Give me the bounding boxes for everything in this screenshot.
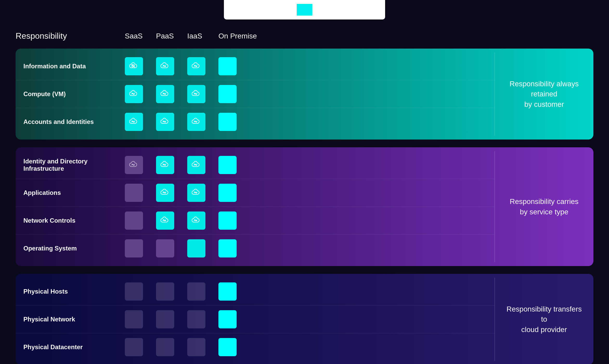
cloud-infinity-icon [128, 116, 140, 128]
cell-saas [125, 239, 156, 257]
section-label-1: Responsibility always retainedby custome… [495, 52, 593, 136]
cell-paas [156, 184, 187, 202]
cloud-infinity-icon [191, 215, 202, 226]
row-label: Accounts and Identities [23, 118, 125, 125]
cell-paas [156, 113, 187, 131]
cell-iaas [187, 57, 218, 75]
row-label: Information and Data [23, 63, 125, 70]
header-row: Responsibility SaaS PaaS IaaS On Premise [16, 31, 593, 41]
cell-paas [156, 211, 187, 230]
cell-on-premise [218, 113, 260, 131]
cell-on-premise [218, 156, 260, 174]
responsibility-heading: Responsibility [16, 31, 67, 41]
icon-cloud-cyan [156, 57, 174, 75]
cloud-infinity-icon [128, 159, 140, 171]
rows-area-2: Identity and Directory Infrastructure [16, 151, 495, 262]
cloud-infinity-icon [159, 116, 171, 128]
cell-saas [125, 156, 156, 174]
cell-paas [156, 239, 187, 257]
icon-plain-cyan [218, 239, 237, 257]
cell-paas [156, 338, 187, 356]
table-row: Compute (VM) [16, 80, 495, 108]
section-label-text: Responsibility transfers tocloud provide… [503, 304, 586, 335]
icon-cloud-cyan [156, 113, 174, 131]
icon-plain-cyan [218, 156, 237, 174]
cell-paas [156, 85, 187, 103]
icon-plain-muted-dark [125, 310, 143, 328]
cell-iaas [187, 113, 218, 131]
section-inner-1: Information and Data [16, 52, 593, 136]
col-header-iaas: IaaS [187, 32, 218, 40]
cell-paas [156, 282, 187, 301]
table-row: Physical Network [16, 306, 495, 333]
cloud-infinity-icon [159, 215, 171, 226]
cloud-infinity-icon [159, 88, 171, 100]
row-label: Physical Datacenter [23, 343, 125, 351]
icon-cloud-cyan [156, 156, 174, 174]
top-bar [224, 0, 385, 19]
icon-cloud-cyan [187, 85, 205, 103]
cloud-infinity-icon [128, 61, 140, 72]
icon-cloud-cyan [187, 211, 205, 230]
table-row: Physical Datacenter [16, 333, 495, 361]
cloud-infinity-icon [191, 88, 202, 100]
cell-on-premise [218, 282, 260, 301]
section-label-text: Responsibility always retainedby custome… [503, 79, 586, 109]
cloud-infinity-icon [191, 116, 202, 128]
cell-on-premise [218, 184, 260, 202]
icon-plain-muted [125, 211, 143, 230]
icon-plain-muted-dark [156, 338, 174, 356]
section-label-text: Responsibility carriesby service type [510, 196, 579, 217]
cell-saas [125, 282, 156, 301]
cloud-infinity-icon [191, 159, 202, 171]
cloud-infinity-icon [191, 187, 202, 198]
icon-plain-cyan [218, 211, 237, 230]
icon-cloud-cyan [156, 184, 174, 202]
cell-paas [156, 57, 187, 75]
cloud-infinity-icon [159, 159, 171, 171]
cloud-infinity-icon [128, 88, 140, 100]
icon-cloud-muted [125, 156, 143, 174]
cell-iaas [187, 282, 218, 301]
icon-plain-cyan [218, 184, 237, 202]
section-transfers-to-provider: Physical Hosts Physica [16, 274, 593, 364]
cell-on-premise [218, 310, 260, 328]
icon-cloud-cyan [156, 85, 174, 103]
icon-cloud-cyan [187, 184, 205, 202]
icon-plain-cyan [187, 239, 205, 257]
row-label: Operating System [23, 245, 125, 252]
cell-iaas [187, 211, 218, 230]
section-inner-3: Physical Hosts Physica [16, 278, 593, 361]
icon-plain-muted [156, 239, 174, 257]
cell-iaas [187, 239, 218, 257]
section-label-2: Responsibility carriesby service type [495, 151, 593, 262]
icon-plain-cyan [218, 282, 237, 301]
cell-paas [156, 156, 187, 174]
icon-plain-muted-dark [187, 282, 205, 301]
section-varies-by-type: Identity and Directory Infrastructure [16, 147, 593, 266]
icon-cloud-cyan [156, 211, 174, 230]
rows-area-1: Information and Data [16, 52, 495, 136]
cell-saas [125, 85, 156, 103]
row-label: Physical Network [23, 316, 125, 323]
row-label: Physical Hosts [23, 288, 125, 295]
cell-iaas [187, 338, 218, 356]
col-header-paas: PaaS [156, 32, 187, 40]
cell-on-premise [218, 338, 260, 356]
table-row: Accounts and Identities [16, 108, 495, 136]
cloud-infinity-icon [159, 61, 171, 72]
cell-on-premise [218, 211, 260, 230]
row-label: Compute (VM) [23, 90, 125, 98]
icon-cloud-cyan [125, 57, 143, 75]
table-row: Network Controls [16, 207, 495, 235]
icon-plain-cyan [218, 338, 237, 356]
cell-saas [125, 211, 156, 230]
cell-on-premise [218, 239, 260, 257]
cell-saas [125, 184, 156, 202]
section-always-retained: Information and Data [16, 49, 593, 140]
col-header-responsibility: Responsibility [16, 31, 125, 41]
cloud-infinity-icon [191, 61, 202, 72]
icon-cloud-cyan [125, 85, 143, 103]
icon-plain-muted-dark [156, 282, 174, 301]
cell-paas [156, 310, 187, 328]
